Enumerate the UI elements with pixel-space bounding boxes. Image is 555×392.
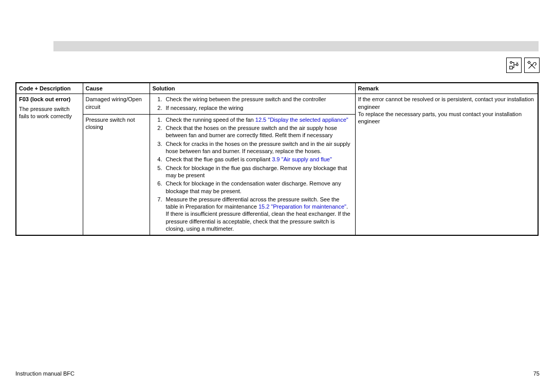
page-footer: Instruction manual BFC 75 <box>15 370 540 377</box>
xref-link[interactable]: 3.9 "Air supply and flue" <box>272 156 332 162</box>
remark-line: If the error cannot be resolved or is pe… <box>358 96 535 110</box>
svg-rect-3 <box>528 61 530 64</box>
header-cause: Cause <box>83 83 150 94</box>
error-code-table: Code + Description Cause Solution Remark… <box>15 82 539 236</box>
cell-solution-1: Check the wiring between the pressure sw… <box>150 94 355 115</box>
code-title: F03 (lock out error) <box>19 96 80 103</box>
svg-rect-1 <box>510 66 513 69</box>
header-remark: Remark <box>355 83 538 94</box>
footer-title: Instruction manual BFC <box>15 370 75 377</box>
cell-cause-2: Pressure switch not closing <box>83 114 150 235</box>
table-header-row: Code + Description Cause Solution Remark <box>16 83 538 94</box>
header-gray-bar <box>53 41 539 51</box>
cell-cause-1: Damaged wiring/Open circuit <box>83 94 150 115</box>
solution-item: Check that the hoses on the pressure swi… <box>164 124 353 139</box>
page-number: 75 <box>533 370 540 377</box>
xref-link[interactable]: 15.2 "Preparation for maintenance" <box>258 203 346 210</box>
cell-remark: If the error cannot be resolved or is pe… <box>355 94 538 236</box>
code-description: The pressure switch fails to work correc… <box>19 105 80 120</box>
table-row: F03 (lock out error) The pressure switch… <box>16 94 538 115</box>
header-code: Code + Description <box>16 83 83 94</box>
svg-point-0 <box>510 62 512 64</box>
xref-link[interactable]: 12.5 "Display the selected appliance" <box>255 117 348 123</box>
solution-item: Check the running speed of the fan 12.5 … <box>164 116 353 123</box>
solution-item: Check for blockage in the condensation w… <box>164 180 353 195</box>
solution-item: If necessary, replace the wiring <box>164 104 353 111</box>
tools-icon <box>524 58 540 73</box>
header-solution: Solution <box>150 83 355 94</box>
solution-item: Check the wiring between the pressure sw… <box>164 96 353 103</box>
cell-code: F03 (lock out error) The pressure switch… <box>16 94 83 236</box>
solution-item: Check for blockage in the flue gas disch… <box>164 164 353 179</box>
remark-line: To replace the necessary parts, you must… <box>358 110 535 125</box>
svg-point-2 <box>516 64 519 66</box>
solution-item: Check that the flue gas outlet is compli… <box>164 156 353 163</box>
solution-item: Measure the pressure differential across… <box>164 196 353 232</box>
solution-item: Check for cracks in the hoses on the pre… <box>164 140 353 155</box>
diagnostics-icon <box>506 58 522 73</box>
cell-solution-2: Check the running speed of the fan 12.5 … <box>150 114 355 235</box>
